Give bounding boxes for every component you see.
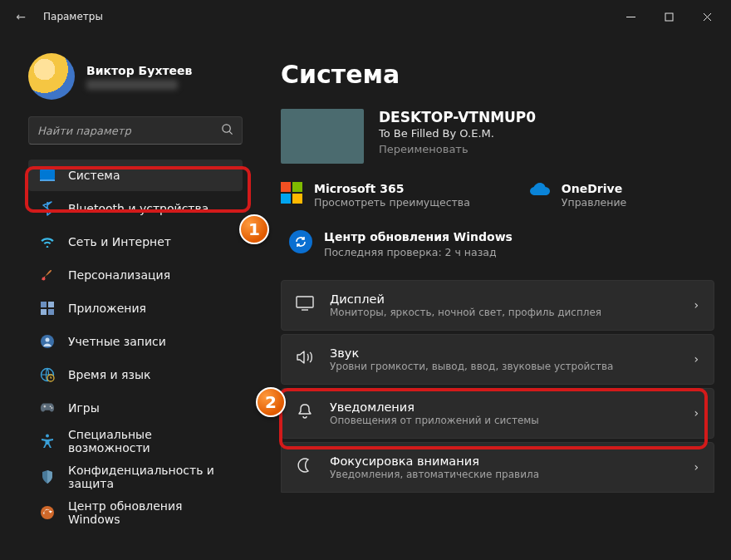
chevron-right-icon: › xyxy=(694,352,699,366)
sidebar-item-label: Bluetooth и устройства xyxy=(68,202,209,215)
svg-rect-5 xyxy=(41,302,47,307)
svg-point-14 xyxy=(52,407,53,409)
update-sync-icon xyxy=(289,230,312,253)
onedrive-block[interactable]: OneDrive Управление xyxy=(528,182,626,209)
sidebar-item-label: Система xyxy=(68,169,120,182)
update-sub: Последняя проверка: 2 ч назад xyxy=(324,246,513,258)
sidebar-item-network[interactable]: Сеть и Интернет xyxy=(28,226,243,258)
svg-rect-3 xyxy=(40,179,55,181)
sidebar-item-label: Персонализация xyxy=(68,268,170,282)
maximize-button[interactable] xyxy=(650,3,688,30)
svg-point-1 xyxy=(223,124,230,131)
sidebar-item-label: Учетные записи xyxy=(68,335,166,348)
svg-rect-8 xyxy=(48,309,54,315)
sidebar-item-label: Игры xyxy=(68,401,100,415)
svg-point-15 xyxy=(46,435,49,438)
sidebar-item-system[interactable]: Система xyxy=(28,160,243,191)
card-sub: Уровни громкости, вывод, ввод, звуковые … xyxy=(330,361,679,372)
microsoft-365-block[interactable]: Microsoft 365 Просмотреть преимущества xyxy=(281,182,470,209)
svg-rect-7 xyxy=(41,309,47,315)
sidebar-item-bluetooth[interactable]: Bluetooth и устройства xyxy=(28,193,243,224)
svg-rect-6 xyxy=(48,302,54,307)
brush-icon xyxy=(40,268,55,282)
sidebar-item-windows-update[interactable]: Центр обновления Windows xyxy=(28,497,243,528)
accessibility-icon xyxy=(40,434,55,449)
window-title: Параметры xyxy=(43,11,611,22)
page-heading: Система xyxy=(281,60,714,89)
svg-rect-0 xyxy=(665,13,673,21)
pc-oem: To Be Filled By O.E.M. xyxy=(379,127,536,140)
svc-title: Microsoft 365 xyxy=(314,182,470,195)
close-button[interactable] xyxy=(688,3,726,30)
annotation-badge-1: 1 xyxy=(239,214,269,244)
sidebar-item-accounts[interactable]: Учетные записи xyxy=(28,326,243,357)
sidebar-item-personalization[interactable]: Персонализация xyxy=(28,259,243,291)
svg-point-16 xyxy=(41,506,54,519)
card-title: Звук xyxy=(330,346,679,360)
search-box[interactable] xyxy=(28,116,243,145)
nav-list: Система Bluetooth и устройства Сеть и Ин… xyxy=(23,158,251,560)
moon-icon xyxy=(295,457,315,477)
card-notifications[interactable]: Уведомления Оповещения от приложений и с… xyxy=(281,388,714,439)
card-focus-assist[interactable]: Фокусировка внимания Уведомления, автома… xyxy=(281,442,714,493)
profile-name: Виктор Бухтеев xyxy=(86,64,192,77)
globe-clock-icon xyxy=(40,367,55,382)
gamepad-icon xyxy=(40,400,55,415)
chevron-right-icon: › xyxy=(694,460,699,474)
sidebar-item-label: Центр обновления Windows xyxy=(68,499,234,526)
svg-point-4 xyxy=(42,278,46,281)
sidebar-item-gaming[interactable]: Игры xyxy=(28,392,243,424)
chevron-right-icon: › xyxy=(694,406,699,420)
sidebar-item-accessibility[interactable]: Специальные возможности xyxy=(28,425,243,457)
services-row: Microsoft 365 Просмотреть преимущества O… xyxy=(281,182,714,209)
apps-icon xyxy=(40,301,55,316)
pc-info-block: DESKTOP-VTNMUP0 To Be Filled By O.E.M. П… xyxy=(281,109,714,164)
annotation-badge-2: 2 xyxy=(256,387,286,417)
back-button[interactable]: ← xyxy=(12,10,30,23)
sidebar-item-label: Приложения xyxy=(68,302,146,315)
svc-sub: Просмотреть преимущества xyxy=(314,196,470,209)
pc-thumbnail xyxy=(281,109,364,164)
card-title: Уведомления xyxy=(330,400,679,414)
display-icon xyxy=(295,296,315,314)
rename-pc-link[interactable]: Переименовать xyxy=(379,143,536,155)
search-input[interactable] xyxy=(37,125,221,137)
settings-window: ← Параметры Виктор Бухтеев xyxy=(0,0,731,560)
windows-update-block[interactable]: Центр обновления Windows Последняя прове… xyxy=(289,230,714,258)
svc-sub: Управление xyxy=(562,196,626,209)
svc-title: OneDrive xyxy=(562,182,626,195)
window-body: Виктор Бухтеев Система xyxy=(0,33,731,560)
sidebar-item-label: Время и язык xyxy=(68,368,150,381)
title-bar: ← Параметры xyxy=(0,0,731,33)
sound-icon xyxy=(295,350,315,368)
profile-email xyxy=(86,80,178,90)
accounts-icon xyxy=(40,334,55,349)
sidebar-item-apps[interactable]: Приложения xyxy=(28,292,243,324)
wifi-icon xyxy=(40,234,55,249)
bluetooth-icon xyxy=(40,201,55,216)
svg-rect-2 xyxy=(40,169,55,179)
main-content: Система DESKTOP-VTNMUP0 To Be Filled By … xyxy=(258,33,731,560)
card-sound[interactable]: Звук Уровни громкости, вывод, ввод, звук… xyxy=(281,334,714,385)
onedrive-icon xyxy=(528,182,550,204)
update-icon xyxy=(40,505,55,520)
svg-point-10 xyxy=(46,338,50,342)
svg-rect-17 xyxy=(297,297,313,307)
sidebar: Виктор Бухтеев Система xyxy=(0,33,258,560)
minimize-button[interactable] xyxy=(611,3,650,30)
microsoft-365-icon xyxy=(281,182,302,204)
svg-point-13 xyxy=(50,405,52,407)
card-display[interactable]: Дисплей Мониторы, яркость, ночной свет, … xyxy=(281,280,714,331)
card-sub: Уведомления, автоматические правила xyxy=(330,469,679,480)
system-icon xyxy=(40,168,55,183)
update-title: Центр обновления Windows xyxy=(324,230,513,244)
shield-icon xyxy=(40,469,55,484)
sidebar-item-label: Специальные возможности xyxy=(68,428,234,454)
profile-block[interactable]: Виктор Бухтеев xyxy=(23,43,251,116)
sidebar-item-time-language[interactable]: Время и язык xyxy=(28,359,243,391)
pc-name: DESKTOP-VTNMUP0 xyxy=(379,109,536,125)
card-sub: Оповещения от приложений и системы xyxy=(330,415,679,426)
chevron-right-icon: › xyxy=(694,298,699,312)
sidebar-item-privacy[interactable]: Конфиденциальность и защита xyxy=(28,459,243,495)
card-title: Дисплей xyxy=(330,292,679,306)
